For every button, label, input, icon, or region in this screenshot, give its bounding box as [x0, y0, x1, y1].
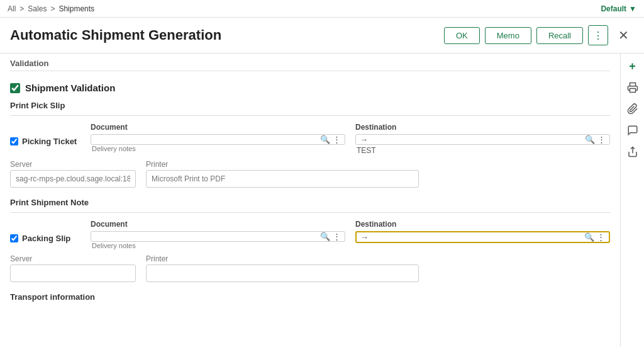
packing-document-search-icon[interactable]: 🔍	[319, 232, 331, 241]
print-shipment-note-label: Print Shipment Note	[10, 194, 610, 210]
packing-slip-checkbox[interactable]	[10, 234, 18, 242]
chevron-down-icon: ▼	[629, 4, 636, 13]
packing-printer-label: Printer	[146, 254, 419, 265]
packing-slip-label: Packing Slip	[22, 234, 70, 243]
picking-destination-more-icon[interactable]: ⋮	[596, 135, 607, 144]
scroll-up-icon[interactable]: +	[624, 57, 641, 75]
picking-ticket-checkbox[interactable]	[10, 137, 18, 145]
picking-printer-label: Printer	[146, 160, 419, 170]
packing-server-label: Server	[10, 254, 136, 265]
packing-server-input[interactable]	[10, 265, 136, 282]
top-bar: All > Sales > Shipments Default ▼	[0, 0, 644, 18]
validation-section-header: Validation	[10, 54, 610, 71]
right-sidebar: +	[620, 54, 644, 347]
packing-destination-input[interactable]: PDF	[371, 232, 583, 242]
picking-destination-field[interactable]: → TEST 🔍 ⋮	[355, 134, 610, 145]
print-icon[interactable]	[624, 79, 641, 96]
breadcrumb-sep2: >	[50, 4, 55, 13]
packing-document-col-header: Document	[91, 220, 128, 231]
content-area: Validation Shipment Validation Print Pic…	[0, 54, 620, 347]
ok-button[interactable]: OK	[444, 27, 480, 44]
picking-server-label: Server	[10, 160, 136, 170]
picking-document-sub: Delivery notes	[91, 145, 345, 152]
share-icon[interactable]	[624, 143, 641, 161]
more-button[interactable]: ⋮	[588, 25, 608, 45]
packing-destination-arrow-icon: →	[360, 232, 369, 242]
shipment-validation-checkbox[interactable]	[10, 83, 20, 93]
picking-ticket-row: Picking Ticket BONLIV 🔍 ⋮ Delivery notes…	[10, 134, 610, 155]
picking-destination-sub: TEST	[355, 146, 610, 155]
memo-button[interactable]: Memo	[485, 27, 531, 44]
page-title: Automatic Shipment Generation	[10, 27, 221, 43]
packing-document-field[interactable]: BONLIV 🔍 ⋮	[91, 231, 345, 242]
print-pick-slip-label: Print Pick Slip	[10, 97, 610, 113]
recall-button[interactable]: Recall	[536, 27, 583, 44]
shipment-validation-label: Shipment Validation	[25, 82, 115, 93]
comment-icon[interactable]	[624, 122, 641, 139]
pick-slip-divider	[10, 115, 610, 116]
packing-document-more-icon[interactable]: ⋮	[331, 232, 342, 241]
packing-destination-field[interactable]: → PDF 🔍 ⋮	[355, 231, 610, 243]
breadcrumb-shipments[interactable]: Shipments	[58, 4, 94, 13]
picking-server-printer-row: Server Printer	[10, 160, 610, 188]
packing-destination-col-header: Destination	[355, 220, 396, 231]
default-button[interactable]: Default ▼	[601, 4, 636, 13]
packing-slip-row: Packing Slip BONLIV 🔍 ⋮ Delivery notes →…	[10, 231, 610, 249]
picking-server-input[interactable]	[10, 170, 136, 188]
packing-document-input[interactable]: BONLIV	[96, 232, 319, 241]
main-layout: Validation Shipment Validation Print Pic…	[0, 54, 644, 347]
breadcrumb: All > Sales > Shipments	[8, 4, 94, 13]
shipment-note-divider	[10, 212, 610, 213]
breadcrumb-all[interactable]: All	[8, 4, 16, 13]
packing-slip-checkbox-col: Packing Slip	[10, 231, 86, 243]
document-col-header: Document	[91, 123, 128, 134]
packing-destination-search-icon[interactable]: 🔍	[583, 232, 596, 242]
attachment-icon[interactable]	[624, 100, 641, 118]
svg-rect-0	[630, 89, 635, 93]
picking-destination-search-icon[interactable]: 🔍	[584, 135, 596, 144]
picking-destination-input[interactable]: TEST	[370, 135, 584, 144]
picking-destination-arrow-icon: →	[360, 135, 368, 144]
packing-document-sub: Delivery notes	[91, 242, 345, 249]
page-header: Automatic Shipment Generation OK Memo Re…	[0, 18, 644, 54]
picking-document-input[interactable]: BONLIV	[96, 135, 319, 144]
picking-ticket-label: Picking Ticket	[22, 137, 77, 146]
picking-printer-input[interactable]	[146, 170, 419, 188]
picking-document-field[interactable]: BONLIV 🔍 ⋮	[91, 134, 345, 145]
header-actions: OK Memo Recall ⋮ ✕	[444, 25, 634, 45]
packing-printer-input[interactable]	[146, 265, 419, 282]
breadcrumb-sep1: >	[19, 4, 24, 13]
transport-info-label: Transport information	[10, 288, 610, 304]
breadcrumb-sales[interactable]: Sales	[28, 4, 47, 13]
close-button[interactable]: ✕	[613, 25, 634, 45]
picking-document-search-icon[interactable]: 🔍	[319, 135, 331, 144]
picking-document-more-icon[interactable]: ⋮	[331, 135, 342, 144]
destination-col-header: Destination	[355, 123, 396, 134]
shipment-validation-row: Shipment Validation	[10, 76, 610, 97]
packing-destination-more-icon[interactable]: ⋮	[596, 232, 606, 242]
packing-server-printer-row: Server Printer	[10, 254, 610, 282]
picking-ticket-checkbox-col: Picking Ticket	[10, 134, 86, 146]
